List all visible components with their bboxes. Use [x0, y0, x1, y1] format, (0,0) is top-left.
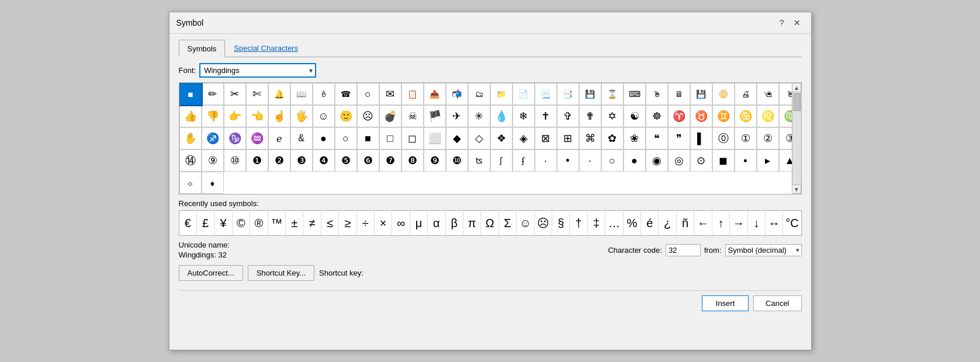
- recent-cell[interactable]: ≠: [303, 211, 321, 235]
- symbol-cell[interactable]: 🖨: [735, 83, 757, 105]
- symbol-cell[interactable]: 🖥: [668, 83, 690, 105]
- recent-cell[interactable]: ☺: [517, 211, 534, 235]
- symbol-cell[interactable]: ②: [757, 127, 779, 149]
- symbol-cell[interactable]: 🔔: [268, 83, 290, 105]
- close-button[interactable]: ✕: [790, 17, 804, 29]
- symbol-cell[interactable]: ʄ: [512, 149, 535, 172]
- recent-cell[interactable]: ↑: [712, 211, 730, 235]
- symbol-cell[interactable]: 👍: [179, 105, 202, 127]
- symbol-cell[interactable]: ♑: [224, 127, 246, 149]
- symbol-cell[interactable]: ❖: [490, 127, 512, 149]
- symbol-cell[interactable]: ◇: [468, 127, 490, 149]
- symbol-cell[interactable]: ◈: [512, 127, 535, 149]
- symbol-cell[interactable]: ❶: [246, 149, 268, 172]
- autocorrect-button[interactable]: AutoCorrect...: [179, 265, 243, 281]
- symbol-cell[interactable]: ʦ: [468, 149, 490, 172]
- scroll-down-arrow[interactable]: ▼: [792, 185, 801, 194]
- scrollbar[interactable]: ▲ ▼: [792, 83, 801, 194]
- recent-cell[interactable]: ¥: [214, 211, 232, 235]
- symbol-cell[interactable]: 📑: [557, 83, 579, 105]
- symbol-cell[interactable]: ⑩: [224, 149, 246, 172]
- symbol-cell[interactable]: ♐: [202, 127, 224, 149]
- recent-cell[interactable]: %: [624, 211, 641, 235]
- symbol-cell[interactable]: ■: [357, 127, 379, 149]
- symbol-cell[interactable]: ◎: [668, 149, 690, 172]
- symbol-cell[interactable]: ☹: [357, 105, 379, 127]
- symbol-cell[interactable]: ❷: [268, 149, 290, 172]
- symbol-cell[interactable]: ⑨: [202, 149, 224, 172]
- tab-symbols[interactable]: Symbols: [179, 40, 226, 57]
- symbol-cell[interactable]: ☝: [268, 105, 290, 127]
- symbol-cell[interactable]: ★: [801, 149, 802, 172]
- symbol-cell[interactable]: ●: [624, 149, 646, 172]
- symbol-cell[interactable]: ✈: [446, 105, 468, 127]
- symbol-cell[interactable]: ✄: [246, 83, 268, 105]
- scroll-track[interactable]: [792, 92, 801, 185]
- symbol-cell[interactable]: ■: [179, 82, 203, 106]
- recent-cell[interactable]: ☹: [535, 211, 552, 235]
- symbol-cell[interactable]: ✂: [224, 83, 246, 105]
- recent-cell[interactable]: α: [428, 211, 445, 235]
- symbol-cell[interactable]: 📄: [512, 83, 535, 105]
- symbol-cell[interactable]: ♋: [735, 105, 757, 127]
- symbol-cell[interactable]: ▸: [757, 149, 779, 172]
- symbol-cell[interactable]: ❝: [646, 127, 668, 149]
- symbol-cell[interactable]: 📋: [401, 83, 424, 105]
- symbol-cell[interactable]: •: [557, 149, 579, 172]
- char-code-input[interactable]: [666, 244, 701, 256]
- symbol-cell[interactable]: ☸: [646, 105, 668, 127]
- symbol-cell[interactable]: ✏: [202, 83, 224, 105]
- recent-cell[interactable]: ™: [268, 211, 286, 235]
- symbol-cell[interactable]: ♌: [757, 105, 779, 127]
- recent-cell[interactable]: §: [552, 211, 570, 235]
- symbol-cell[interactable]: 👈: [246, 105, 268, 127]
- symbol-cell[interactable]: 💾: [690, 83, 712, 105]
- symbol-cell[interactable]: 🕯: [313, 83, 335, 105]
- symbol-cell[interactable]: ❀: [624, 127, 646, 149]
- symbol-cell[interactable]: ✉: [379, 83, 401, 105]
- symbol-cell[interactable]: ⊙: [690, 149, 712, 172]
- symbol-cell[interactable]: ⌨: [624, 83, 646, 105]
- symbol-cell[interactable]: ⬜: [424, 127, 446, 149]
- symbol-cell[interactable]: ❻: [357, 149, 379, 172]
- symbol-cell[interactable]: ☺: [313, 105, 335, 127]
- recent-cell[interactable]: ±: [286, 211, 303, 235]
- symbol-cell[interactable]: ☯: [624, 105, 646, 127]
- symbol-cell[interactable]: □: [379, 127, 401, 149]
- symbol-cell[interactable]: ♒: [246, 127, 268, 149]
- recent-cell[interactable]: ≥: [339, 211, 356, 235]
- symbol-cell[interactable]: ☎: [335, 83, 357, 105]
- symbol-cell[interactable]: 💣: [379, 105, 401, 127]
- symbol-cell[interactable]: ④: [801, 127, 802, 149]
- symbol-cell[interactable]: 📬: [446, 83, 468, 105]
- symbol-cell[interactable]: ✟: [579, 105, 601, 127]
- recent-cell[interactable]: ←: [694, 211, 712, 235]
- symbol-cell[interactable]: ①: [735, 127, 757, 149]
- symbol-cell[interactable]: ✝: [535, 105, 557, 127]
- recent-cell[interactable]: π: [463, 211, 481, 235]
- symbol-cell[interactable]: ⑭: [179, 149, 202, 172]
- symbol-cell[interactable]: ⬧: [202, 172, 224, 194]
- symbol-cell[interactable]: 🖱: [646, 83, 668, 105]
- tab-special-characters[interactable]: Special Characters: [225, 40, 307, 57]
- symbol-cell[interactable]: ◼: [712, 149, 735, 172]
- symbol-cell[interactable]: ○: [335, 127, 357, 149]
- scroll-up-arrow[interactable]: ▲: [792, 83, 801, 92]
- recent-cell[interactable]: ®: [250, 211, 268, 235]
- symbol-cell[interactable]: ♉: [690, 105, 712, 127]
- symbol-cell[interactable]: ◆: [446, 127, 468, 149]
- symbol-cell[interactable]: 👎: [202, 105, 224, 127]
- symbol-cell[interactable]: ◻: [401, 127, 424, 149]
- symbol-cell[interactable]: 📀: [712, 83, 735, 105]
- symbol-cell[interactable]: ⓪: [712, 127, 735, 149]
- insert-button[interactable]: Insert: [702, 295, 749, 311]
- recent-cell[interactable]: …: [605, 211, 623, 235]
- symbol-cell[interactable]: ○: [601, 149, 624, 172]
- symbol-cell[interactable]: 💧: [490, 105, 512, 127]
- font-select[interactable]: Wingdings Symbol Webdings Arial Unicode …: [199, 63, 316, 78]
- symbol-cell[interactable]: ·: [535, 149, 557, 172]
- symbol-cell[interactable]: ✋: [179, 127, 202, 149]
- symbol-cell[interactable]: 🖐: [290, 105, 313, 127]
- symbol-cell[interactable]: 🖲: [757, 83, 779, 105]
- recent-cell[interactable]: ×: [375, 211, 392, 235]
